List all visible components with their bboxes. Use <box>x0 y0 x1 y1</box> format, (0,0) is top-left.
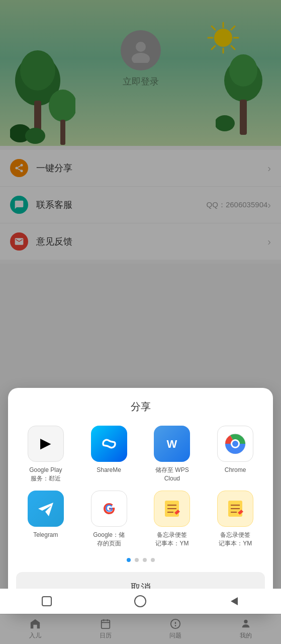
app-notes2[interactable]: 备忘录便签记事本：YM <box>206 491 265 548</box>
dot-1 <box>127 558 131 562</box>
notes1-icon <box>154 491 190 527</box>
share-dialog-title: 分享 <box>16 400 265 414</box>
recent-apps-button[interactable] <box>39 594 54 609</box>
telegram-label: Telegram <box>33 531 58 539</box>
app-google-save[interactable]: G Google：储存的页面 <box>79 491 139 548</box>
svg-text:▶: ▶ <box>40 435 51 451</box>
app-telegram[interactable]: Telegram <box>16 491 75 548</box>
dot-2 <box>135 558 139 562</box>
back-button[interactable] <box>227 594 242 609</box>
shareme-icon <box>91 426 127 462</box>
app-wps[interactable]: W 储存至 WPSCloud <box>143 426 202 483</box>
notes2-icon <box>217 491 253 527</box>
google-save-label: Google：储存的页面 <box>93 531 125 548</box>
chrome-icon <box>217 426 253 462</box>
chrome-label: Chrome <box>225 466 246 474</box>
shareme-label: ShareMe <box>97 466 121 474</box>
wps-label: 储存至 WPSCloud <box>155 466 189 483</box>
dot-4 <box>151 558 155 562</box>
google-play-label: Google Play服务：郄近 <box>29 466 62 483</box>
system-nav-bar <box>0 589 281 614</box>
svg-text:W: W <box>167 438 177 450</box>
notes2-label: 备忘录便签记事本：YM <box>219 531 252 548</box>
app-notes1[interactable]: 备忘录便签记事本：YM <box>143 491 202 548</box>
share-dialog: 分享 ▶ Google Play服务：郄近 ShareMe <box>8 388 273 614</box>
telegram-icon <box>28 491 64 527</box>
svg-point-43 <box>135 596 146 607</box>
home-button[interactable] <box>133 594 148 609</box>
wps-icon: W <box>154 426 190 462</box>
google-play-icon: ▶ <box>28 426 64 462</box>
google-save-icon: G <box>91 491 127 527</box>
app-shareme[interactable]: ShareMe <box>79 426 139 483</box>
notes1-label: 备忘录便签记事本：YM <box>155 531 189 548</box>
dot-3 <box>143 558 147 562</box>
svg-marker-44 <box>231 597 238 605</box>
page-dots <box>16 558 265 562</box>
svg-point-32 <box>232 441 238 447</box>
svg-text:G: G <box>105 503 113 514</box>
app-google-play[interactable]: ▶ Google Play服务：郄近 <box>16 426 75 483</box>
app-chrome[interactable]: Chrome <box>206 426 265 483</box>
svg-rect-42 <box>42 597 51 606</box>
apps-grid: ▶ Google Play服务：郄近 ShareMe W 储存至 WPSCl <box>16 426 265 548</box>
